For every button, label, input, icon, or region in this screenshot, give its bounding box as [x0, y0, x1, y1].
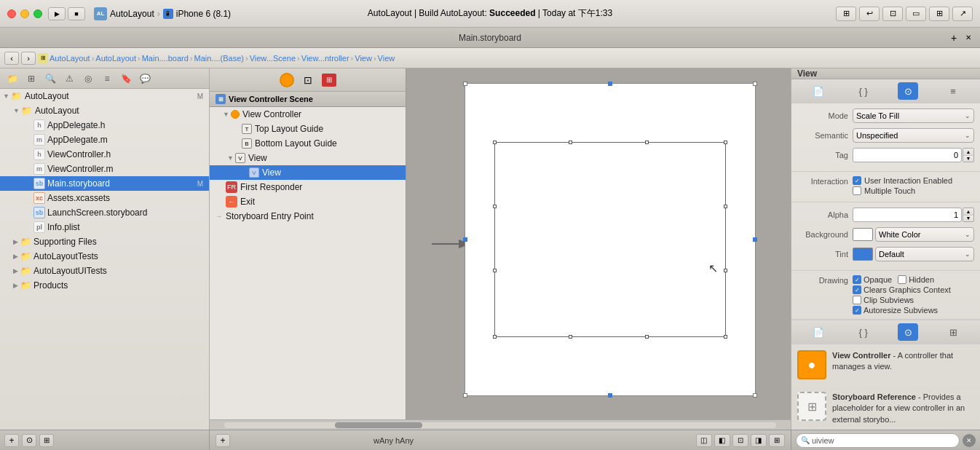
scene-item-entrypoint[interactable]: → Storyboard Entry Point: [210, 209, 406, 224]
tree-item-assets[interactable]: xc Assets.xcassets: [0, 191, 209, 205]
background-select[interactable]: White Color ⌄: [875, 227, 974, 242]
semantic-select[interactable]: Unspecified ⌄: [853, 128, 974, 143]
canvas-main[interactable]: ↖: [406, 68, 791, 419]
history-icon-btn[interactable]: ≡: [99, 71, 115, 86]
tree-item-infoplist[interactable]: pl Info.plist: [0, 220, 209, 234]
opaque-checkbox[interactable]: ✓: [853, 275, 861, 284]
tree-item-viewcontroller-h[interactable]: h ViewController.h: [0, 147, 209, 162]
search-input[interactable]: 🔍 uiview: [796, 433, 960, 448]
breadcrumb-item-5[interactable]: View...Scene: [250, 54, 296, 63]
breadcrumb-item-3[interactable]: Main....board: [142, 54, 189, 63]
alpha-input[interactable]: 1: [853, 208, 962, 222]
forward-button[interactable]: ›: [21, 52, 36, 65]
wany-hany-btn-1[interactable]: ◫: [696, 434, 712, 447]
close-button[interactable]: [7, 9, 16, 18]
breadcrumb-item-1[interactable]: AutoLayout: [50, 54, 90, 63]
orange-circle-btn[interactable]: [280, 73, 294, 87]
warning-icon-btn[interactable]: ⚠: [61, 71, 77, 86]
console-toggle[interactable]: ▭: [906, 7, 926, 21]
tree-item-products[interactable]: ▶ 📁 Products: [0, 278, 209, 293]
clear-search-button[interactable]: ✕: [963, 434, 976, 447]
minimize-button[interactable]: [20, 9, 29, 18]
inspector-tab-quick-help[interactable]: { }: [853, 82, 874, 100]
diff-icon-btn[interactable]: ◎: [80, 71, 96, 86]
cube-btn[interactable]: ⊡: [300, 72, 316, 88]
inspector-toggle[interactable]: ⊡: [882, 7, 903, 21]
wany-hany-btn-2[interactable]: ◧: [714, 434, 730, 447]
close-tab-button[interactable]: ✕: [963, 32, 974, 44]
breadcrumb-item-4[interactable]: Main....(Base): [194, 54, 244, 63]
bookmark-icon-btn[interactable]: 🔖: [118, 71, 134, 86]
chat-icon-btn[interactable]: 💬: [137, 71, 153, 86]
tree-item-appdelegate-m[interactable]: m AppDelegate.m: [0, 133, 209, 147]
tree-item-supporting[interactable]: ▶ 📁 Supporting Files: [0, 234, 209, 249]
expand-button[interactable]: ↗: [952, 7, 973, 21]
autoresize-checkbox[interactable]: ✓: [853, 306, 861, 315]
tree-item-autolayouttests[interactable]: ▶ 📁 AutoLayoutTests: [0, 249, 209, 264]
scene-item-view-parent[interactable]: ▼ V View: [210, 151, 406, 165]
tree-item-autolayout[interactable]: ▼ 📁 AutoLayout: [0, 103, 209, 118]
add-file-button[interactable]: +: [4, 434, 19, 447]
tag-stepper[interactable]: ▲ ▼: [963, 148, 974, 162]
tree-item-appdelegate-h[interactable]: h AppDelegate.h: [0, 118, 209, 133]
wany-hany-btn-4[interactable]: ◨: [751, 434, 767, 447]
breadcrumb-item-6[interactable]: View...ntroller: [301, 54, 349, 63]
hidden-checkbox[interactable]: [898, 275, 906, 284]
canvas-content[interactable]: ⊡ ⊞ ⊞ View Controller Scene ▼: [210, 68, 791, 419]
mode-select[interactable]: Scale To Fill ⌄: [853, 108, 974, 123]
sidebar-toggle-left[interactable]: ⊞: [836, 7, 856, 21]
breadcrumb: ⊞ AutoLayout › AutoLayout › Main....boar…: [38, 53, 976, 63]
background-color-swatch[interactable]: [853, 228, 873, 241]
multiple-touch-checkbox[interactable]: [853, 186, 861, 195]
breadcrumb-item-2[interactable]: AutoLayout: [95, 54, 136, 63]
sec-tab-3[interactable]: ⊙: [898, 323, 918, 341]
tree-item-autolayoutuitests[interactable]: ▶ 📁 AutoLayoutUITests: [0, 264, 209, 278]
scroll-thumb-h[interactable]: [335, 422, 422, 428]
inner-view[interactable]: [494, 142, 726, 337]
stop-button[interactable]: ■: [68, 7, 85, 20]
maximize-button[interactable]: [33, 9, 42, 18]
scene-item-firstresponder[interactable]: FR First Responder: [210, 180, 406, 194]
scene-item-viewcontroller[interactable]: ▼ View Controller: [210, 107, 406, 122]
tint-select[interactable]: Default ⌄: [875, 247, 974, 261]
tint-swatch[interactable]: [853, 248, 873, 261]
scene-item-view-child[interactable]: V View: [210, 165, 406, 180]
user-interaction-checkbox[interactable]: ✓: [853, 176, 861, 185]
inspector-tab-file[interactable]: 📄: [808, 82, 829, 100]
tag-input[interactable]: 0: [853, 148, 962, 162]
red-square-btn[interactable]: ⊞: [322, 74, 336, 87]
sec-tab-1[interactable]: 📄: [808, 323, 829, 341]
clip-subviews-checkbox[interactable]: [853, 296, 861, 304]
user-interaction-label: User Interaction Enabled: [864, 176, 952, 185]
tree-item-launchscreen[interactable]: sb LaunchScreen.storyboard: [0, 205, 209, 220]
sidebar-toggle-right[interactable]: ⊞: [929, 7, 949, 21]
tree-item-main-storyboard[interactable]: sb Main.storyboard M: [0, 176, 209, 191]
grid-icon-btn[interactable]: ⊞: [23, 71, 39, 86]
scene-item-toplayout[interactable]: T Top Layout Guide: [210, 122, 406, 136]
tree-item-root[interactable]: ▼ 📁 AutoLayout M: [0, 89, 209, 103]
wany-hany-btn-3[interactable]: ⊡: [732, 434, 748, 447]
sec-tab-4[interactable]: ⊞: [943, 323, 963, 341]
clears-graphics-checkbox[interactable]: ✓: [853, 285, 861, 294]
alpha-stepper[interactable]: ▲ ▼: [963, 208, 974, 222]
background-arrow: ⌄: [965, 231, 971, 238]
add-constraint-button[interactable]: +: [216, 434, 230, 447]
canvas-scrollbar-h[interactable]: [210, 419, 791, 430]
wany-hany-btn-5[interactable]: ⊞: [769, 434, 785, 447]
search-icon-btn[interactable]: 🔍: [42, 71, 58, 86]
scene-item-bottomlayout[interactable]: B Bottom Layout Guide: [210, 136, 406, 151]
breadcrumb-item-8[interactable]: View: [378, 54, 395, 63]
tree-item-viewcontroller-m[interactable]: m ViewController.m: [0, 162, 209, 176]
inspector-tab-attributes[interactable]: ≡: [943, 82, 963, 100]
add-tab-button[interactable]: +: [948, 32, 960, 44]
scene-item-exit[interactable]: ← Exit: [210, 194, 406, 209]
inspector-tab-identity[interactable]: ⊙: [898, 82, 918, 100]
history-button[interactable]: ⊙: [22, 434, 36, 447]
play-button[interactable]: ▶: [48, 7, 66, 20]
breadcrumb-item-7[interactable]: View: [355, 54, 372, 63]
filter-button[interactable]: ⊞: [39, 434, 54, 447]
sec-tab-2[interactable]: { }: [853, 323, 874, 341]
folder-icon-btn[interactable]: 📁: [4, 71, 20, 86]
back-button[interactable]: ‹: [4, 52, 19, 65]
library-button[interactable]: ↩: [859, 7, 880, 21]
